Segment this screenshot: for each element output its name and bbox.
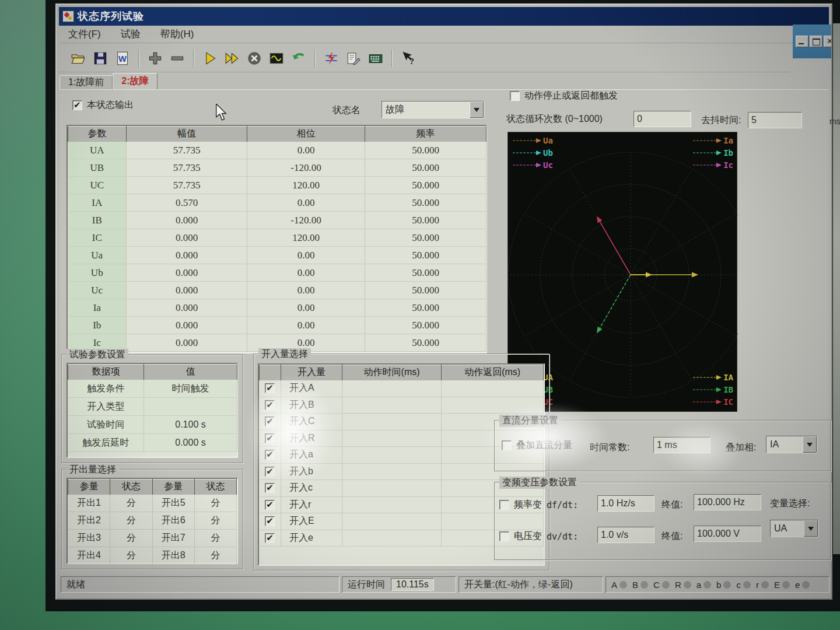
table-row[interactable]: UB57.735-120.0050.000	[68, 159, 487, 177]
context-help-button[interactable]: ?	[397, 48, 419, 69]
superimpose-phase-dropdown[interactable]: IA	[766, 436, 817, 453]
input-enabled-checkbox[interactable]	[265, 383, 275, 393]
dfdt-input[interactable]	[597, 495, 654, 512]
time-constant-input[interactable]	[653, 437, 710, 453]
table-row[interactable]: 开出4分开出8分	[68, 547, 237, 565]
column-header-0[interactable]: 数据项	[68, 365, 144, 380]
column-header-1[interactable]: 值	[144, 365, 237, 380]
action-time-cell[interactable]	[342, 380, 442, 397]
input-enabled-checkbox[interactable]	[265, 467, 275, 477]
table-row[interactable]: UC57.735120.0050.000	[68, 177, 487, 194]
dvdt-input[interactable]	[597, 527, 654, 543]
dc-superimpose-checkbox[interactable]	[502, 440, 512, 450]
trigger-on-stop-checkbox[interactable]	[510, 91, 520, 101]
table-row[interactable]: 开入类型	[68, 398, 237, 416]
table-row[interactable]: IA0.5700.0050.000	[68, 194, 487, 212]
test-params-table[interactable]: 数据项值触发条件时间触发开入类型试验时间0.100 s触发后延时0.000 s	[68, 364, 237, 452]
table-row[interactable]: 开出3分开出7分	[68, 530, 237, 547]
volt-ramp-checkbox[interactable]	[499, 531, 509, 541]
input-enabled-checkbox[interactable]	[265, 533, 275, 543]
table-row[interactable]: Ub0.0000.0050.000	[68, 264, 487, 282]
action-time-cell[interactable]	[342, 447, 442, 464]
action-time-cell[interactable]	[342, 463, 442, 480]
column-header-2[interactable]: 动作返回(ms)	[442, 365, 544, 380]
action-time-cell[interactable]	[342, 397, 442, 414]
column-header-3[interactable]: 状态	[194, 480, 236, 495]
input-enabled-checkbox[interactable]	[265, 400, 275, 410]
input-enabled-checkbox[interactable]	[265, 450, 275, 460]
column-header-2[interactable]: 相位	[247, 127, 365, 142]
variable-select-dropdown[interactable]: UA	[770, 520, 818, 537]
table-row[interactable]: 试验时间0.100 s	[68, 416, 237, 434]
report-button[interactable]	[342, 48, 365, 69]
open-file-button[interactable]	[67, 48, 89, 69]
input-enabled-checkbox[interactable]	[265, 483, 275, 493]
column-header-1[interactable]: 幅值	[127, 127, 247, 142]
volt-final-input[interactable]	[694, 526, 761, 542]
dropdown-arrow-icon[interactable]	[804, 520, 818, 537]
freq-ramp-checkbox[interactable]	[499, 500, 509, 510]
menu-item-1[interactable]: 试验	[121, 27, 141, 41]
save-button[interactable]	[89, 48, 111, 69]
action-return-cell[interactable]	[442, 397, 544, 414]
action-time-cell[interactable]	[342, 496, 442, 513]
debounce-input[interactable]	[748, 112, 802, 128]
table-row[interactable]: Uc0.0000.0050.000	[68, 282, 487, 299]
table-row[interactable]: UA57.7350.0050.000	[68, 142, 487, 159]
menu-item-2[interactable]: 帮助(H)	[160, 27, 194, 41]
column-header-0[interactable]: 参量	[68, 480, 110, 495]
table-row[interactable]: 触发后延时0.000 s	[68, 434, 237, 452]
column-header-0[interactable]: 参数	[68, 127, 127, 142]
tab-1[interactable]: 1:故障前	[60, 75, 113, 89]
soft-keyboard-button[interactable]	[365, 48, 387, 69]
table-row[interactable]: Ua0.0000.0050.000	[68, 247, 487, 264]
parameter-table[interactable]: 参数幅值相位频率UA57.7350.0050.000UB57.735-120.0…	[68, 126, 487, 352]
waveform-button[interactable]	[265, 48, 288, 69]
run-button[interactable]	[199, 48, 221, 69]
revert-button[interactable]	[288, 48, 310, 69]
param-value: 50.000	[365, 334, 487, 352]
input-enabled-checkbox[interactable]	[265, 433, 275, 443]
menu-item-0[interactable]: 文件(F)	[68, 27, 101, 41]
column-header-1[interactable]: 状态	[110, 480, 152, 495]
table-row[interactable]: 开出1分开出5分	[68, 495, 237, 512]
action-time-cell[interactable]	[342, 414, 442, 430]
maximize-button[interactable]	[810, 36, 822, 47]
column-header-3[interactable]: 频率	[365, 127, 487, 142]
action-time-cell[interactable]	[342, 513, 442, 530]
freq-final-input[interactable]	[694, 494, 761, 510]
minimize-button[interactable]	[796, 36, 808, 47]
dropdown-arrow-icon[interactable]	[803, 436, 817, 453]
dropdown-arrow-icon[interactable]	[470, 102, 484, 118]
output-select-table[interactable]: 参量状态参量状态开出1分开出5分开出2分开出6分开出3分开出7分开出4分开出8分	[68, 479, 237, 565]
input-row[interactable]: 开入B	[260, 397, 544, 414]
action-return-cell[interactable]	[442, 380, 544, 397]
column-header-2[interactable]: 参量	[152, 480, 194, 495]
state-name-dropdown[interactable]: 故障	[382, 101, 484, 118]
table-row[interactable]: Ia0.0000.0050.000	[68, 299, 487, 317]
table-row[interactable]: IB0.000-120.0050.000	[68, 212, 487, 229]
column-header-1[interactable]: 动作时间(ms)	[342, 365, 442, 380]
close-button[interactable]	[824, 36, 831, 47]
table-row[interactable]: 触发条件时间触发	[68, 380, 237, 398]
trigger-settings-button[interactable]	[320, 48, 342, 69]
remove-state-button[interactable]	[166, 48, 188, 69]
tab-2[interactable]: 2:故障	[113, 73, 157, 89]
input-enabled-checkbox[interactable]	[265, 516, 275, 526]
action-time-cell[interactable]	[342, 430, 442, 447]
stop-button[interactable]	[243, 48, 265, 69]
input-row[interactable]: 开入A	[260, 380, 544, 397]
table-row[interactable]: 开出2分开出6分	[68, 512, 237, 530]
column-header-0[interactable]: 开入量	[281, 365, 342, 380]
input-enabled-checkbox[interactable]	[265, 500, 275, 510]
input-enabled-checkbox[interactable]	[265, 416, 275, 426]
loop-count-input[interactable]	[634, 111, 691, 127]
table-row[interactable]: IC0.000120.0050.000	[68, 229, 487, 247]
action-time-cell[interactable]	[342, 530, 442, 547]
action-time-cell[interactable]	[342, 480, 442, 497]
export-word-button[interactable]: W	[111, 48, 134, 69]
add-state-button[interactable]	[144, 48, 166, 69]
state-output-checkbox[interactable]	[72, 100, 82, 110]
run-continuous-button[interactable]	[221, 48, 243, 69]
table-row[interactable]: Ib0.0000.0050.000	[68, 317, 487, 334]
